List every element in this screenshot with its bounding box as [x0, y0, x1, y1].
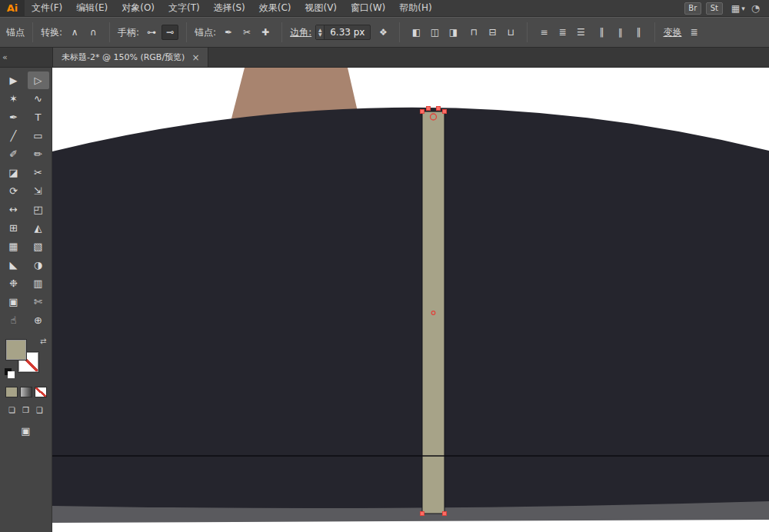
menu-help[interactable]: 帮助(H) [392, 0, 438, 17]
free-transform-tool[interactable]: ◰ [28, 201, 49, 218]
document-tab[interactable]: 未标题-2* @ 150% (RGB/预览) × [52, 48, 208, 67]
distribute-vertical-icons: ≡≣☰ [535, 25, 589, 40]
stock-badge[interactable]: St [706, 2, 723, 15]
align-right-icon[interactable]: ◨ [444, 25, 461, 40]
menu-edit[interactable]: 编辑(E) [69, 0, 115, 17]
remove-anchor-icon[interactable]: ✒ [220, 25, 237, 40]
perspective-grid-tool[interactable]: ◭ [28, 219, 49, 237]
tools-panel: ▶▷✶∿✒T╱▭✐✏◪✂⟳⇲↔◰⊞◭▦▧◣◑❉▥▣✄☝⊕ ⇄ ❏❐❑ ▣ [0, 68, 52, 532]
mesh-tool[interactable]: ▦ [3, 238, 25, 255]
hide-handles-icon[interactable]: ⊸ [161, 25, 178, 40]
corner-radius-stepper[interactable]: ▲▼ 6.33 px [315, 25, 371, 40]
distribute-v-center-icon[interactable]: ≣ [554, 25, 571, 40]
convert-to-corner-icon[interactable]: ∧ [66, 25, 83, 40]
corner-label[interactable]: 边角: [290, 26, 311, 39]
eraser-tool[interactable]: ◪ [3, 164, 25, 181]
magic-wand-tool[interactable]: ✶ [3, 90, 25, 108]
transform-link[interactable]: 变换 [663, 26, 681, 39]
handles-label: 手柄: [118, 26, 139, 39]
rotate-tool[interactable]: ⟳ [3, 182, 25, 200]
width-tool[interactable]: ↔ [3, 201, 25, 218]
screen-mode-button[interactable]: ▣ [15, 422, 37, 440]
direct-selection-tool[interactable]: ▷ [28, 71, 49, 89]
workspace-switcher[interactable]: ▦ ▾ [731, 3, 745, 14]
scissors-tool[interactable]: ✂ [28, 164, 49, 181]
align-top-icon[interactable]: ⊓ [465, 25, 482, 40]
line-segment-tool[interactable]: ╱ [3, 127, 25, 145]
menu-bar: Ai 文件(F)编辑(E)对象(O)文字(T)选择(S)效果(C)视图(V)窗口… [0, 0, 769, 17]
lasso-tool[interactable]: ∿ [28, 90, 49, 108]
color-mode-button[interactable] [5, 387, 18, 397]
anchors-icons: ✒✂✚ [220, 25, 274, 40]
menu-select[interactable]: 选择(S) [207, 0, 252, 17]
zoom-tool[interactable]: ⊕ [28, 311, 49, 329]
draw-normal-mode-button[interactable]: ❏ [5, 404, 18, 416]
anchor-handle[interactable] [421, 512, 424, 516]
column-graph-tool[interactable]: ▥ [28, 274, 49, 292]
document-tab-bar: « 未标题-2* @ 150% (RGB/预览) × [0, 48, 769, 68]
menu-view[interactable]: 视图(V) [298, 0, 344, 17]
convert-to-smooth-icon[interactable]: ∩ [85, 25, 102, 40]
canvas-area[interactable] [52, 68, 769, 532]
selection-tool[interactable]: ▶ [3, 71, 25, 89]
blend-tool[interactable]: ◑ [28, 256, 49, 274]
anchor-handle[interactable] [427, 107, 431, 111]
shape-builder-tool[interactable]: ⊞ [3, 219, 25, 237]
symbol-sprayer-tool[interactable]: ❉ [3, 274, 25, 292]
anchor-handle[interactable] [437, 107, 441, 111]
bridge-badge[interactable]: Br [684, 2, 701, 15]
cut-path-icon[interactable]: ✂ [238, 25, 255, 40]
anchor-handle[interactable] [443, 110, 447, 114]
distribute-right-icon[interactable]: ‖ [630, 25, 647, 40]
show-handles-icon[interactable]: ⊶ [143, 25, 160, 40]
coat-shape[interactable] [52, 108, 769, 508]
gradient-mode-button[interactable] [20, 387, 32, 397]
align-bottom-icon[interactable]: ⊔ [502, 25, 519, 40]
distribute-bottom-icon[interactable]: ☰ [572, 25, 589, 40]
stepper-arrows-icon[interactable]: ▲▼ [316, 25, 325, 39]
draw-behind-mode-button[interactable]: ❐ [19, 404, 32, 416]
screen-mode-row: ▣ [15, 422, 37, 440]
connect-path-icon[interactable]: ✚ [257, 25, 274, 40]
paintbrush-tool[interactable]: ✐ [3, 145, 25, 163]
menu-file[interactable]: 文件(F) [25, 0, 69, 17]
gradient-tool[interactable]: ▧ [28, 238, 49, 255]
artboard-tool[interactable]: ▣ [3, 293, 25, 311]
sync-status-icon[interactable]: ◔ [751, 2, 760, 14]
separator [32, 22, 33, 42]
menu-window[interactable]: 窗口(W) [344, 0, 392, 17]
panel-menu-icon[interactable]: ≣ [685, 25, 702, 40]
tie-shape[interactable] [422, 111, 444, 514]
swap-fill-stroke-icon[interactable]: ⇄ [40, 337, 46, 345]
pencil-tool[interactable]: ✏ [28, 145, 49, 163]
rectangle-tool[interactable]: ▭ [28, 127, 49, 145]
hand-tool[interactable]: ☝ [3, 311, 25, 329]
menu-object[interactable]: 对象(O) [115, 0, 161, 17]
align-v-center-icon[interactable]: ⊟ [484, 25, 501, 40]
eyedropper-tool[interactable]: ◣ [3, 256, 25, 274]
slice-tool[interactable]: ✄ [28, 293, 49, 311]
align-h-center-icon[interactable]: ◫ [426, 25, 443, 40]
type-tool[interactable]: T [28, 108, 49, 126]
pen-tool[interactable]: ✒ [3, 108, 25, 126]
default-fill-stroke-icon[interactable] [5, 368, 15, 378]
anchor-handle[interactable] [421, 110, 424, 114]
corner-radius-value[interactable]: 6.33 px [325, 25, 370, 39]
distribute-top-icon[interactable]: ≡ [535, 25, 552, 40]
corner-options-icon[interactable]: ❖ [375, 25, 391, 40]
menu-effect[interactable]: 效果(C) [252, 0, 298, 17]
fill-swatch[interactable] [6, 340, 26, 360]
distribute-h-center-icon[interactable]: ∥ [611, 25, 628, 40]
menu-type[interactable]: 文字(T) [161, 0, 207, 17]
context-label: 锚点 [6, 26, 25, 39]
anchor-handle[interactable] [443, 512, 447, 516]
scale-tool[interactable]: ⇲ [28, 182, 49, 200]
anchors-label: 锚点: [195, 26, 216, 39]
distribute-left-icon[interactable]: ‖ [593, 25, 610, 40]
none-mode-button[interactable] [35, 387, 47, 397]
panel-collapse-button[interactable]: « [0, 48, 52, 67]
separator [186, 22, 187, 42]
draw-inside-mode-button[interactable]: ❑ [33, 404, 46, 416]
tab-close-icon[interactable]: × [191, 52, 199, 63]
align-left-icon[interactable]: ◧ [408, 25, 424, 40]
